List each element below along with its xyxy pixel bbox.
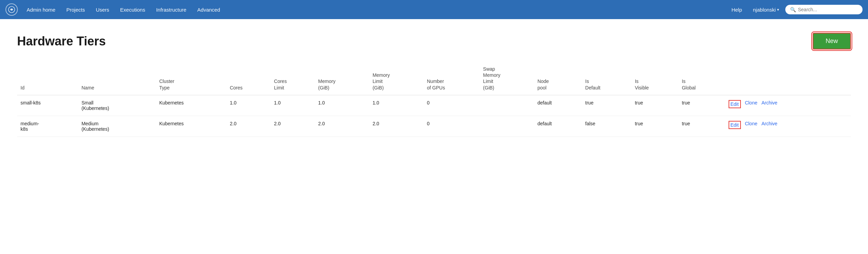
- cell-cores-limit: 1.0: [271, 95, 315, 116]
- edit-button-row1[interactable]: Edit: [729, 100, 741, 108]
- cell-memory: 1.0: [315, 95, 369, 116]
- col-gpus: Number of GPUs: [423, 63, 479, 95]
- app-logo[interactable]: [5, 3, 18, 16]
- cell-actions: Edit Clone Archive: [725, 95, 851, 116]
- edit-button-row2[interactable]: Edit: [729, 121, 741, 129]
- nav-advanced[interactable]: Advanced: [192, 4, 225, 15]
- cell-is-visible: true: [632, 116, 679, 137]
- col-actions: [725, 63, 851, 95]
- actions-container: Edit Clone Archive: [729, 121, 848, 129]
- col-node-pool: Node pool: [534, 63, 582, 95]
- table-row: medium- k8s Medium (Kubernetes) Kubernet…: [17, 116, 851, 137]
- cell-id: small-k8s: [17, 95, 78, 116]
- cell-name: Medium (Kubernetes): [78, 116, 156, 137]
- cell-actions: Edit Clone Archive: [725, 116, 851, 137]
- col-name: Name: [78, 63, 156, 95]
- table-row: small-k8s Small (Kubernetes) Kubernetes …: [17, 95, 851, 116]
- cell-cores-limit: 2.0: [271, 116, 315, 137]
- cell-node-pool: default: [534, 116, 582, 137]
- col-cores-limit: Cores Limit: [271, 63, 315, 95]
- top-nav: Admin home Projects Users Executions Inf…: [0, 0, 868, 19]
- nav-users[interactable]: Users: [91, 4, 114, 15]
- cell-id: medium- k8s: [17, 116, 78, 137]
- cell-memory: 2.0: [315, 116, 369, 137]
- nav-username: njablonski: [753, 7, 776, 13]
- cell-node-pool: default: [534, 95, 582, 116]
- nav-executions[interactable]: Executions: [116, 4, 150, 15]
- col-is-visible: Is Visible: [632, 63, 679, 95]
- main-content: Hardware Tiers New Id Name Cluster Type …: [0, 19, 868, 254]
- cell-memory-limit: 1.0: [369, 95, 423, 116]
- cell-is-default: false: [582, 116, 632, 137]
- new-button[interactable]: New: [813, 33, 851, 50]
- cell-gpus: 0: [423, 116, 479, 137]
- chevron-down-icon: ▾: [777, 8, 779, 12]
- cell-is-global: true: [678, 116, 725, 137]
- cell-cores: 1.0: [226, 95, 270, 116]
- search-bar: 🔍: [785, 5, 863, 14]
- archive-button-row2[interactable]: Archive: [761, 121, 777, 126]
- col-id: Id: [17, 63, 78, 95]
- col-memory-limit: Memory Limit (GiB): [369, 63, 423, 95]
- cell-is-global: true: [678, 95, 725, 116]
- cell-is-default: true: [582, 95, 632, 116]
- nav-user-menu[interactable]: njablonski ▾: [748, 4, 784, 15]
- col-swap-memory: Swap Memory Limit (GiB): [480, 63, 534, 95]
- cell-name: Small (Kubernetes): [78, 95, 156, 116]
- nav-help[interactable]: Help: [727, 4, 747, 15]
- nav-infrastructure[interactable]: Infrastructure: [151, 4, 191, 15]
- cell-cluster-type: Kubernetes: [156, 116, 227, 137]
- actions-container: Edit Clone Archive: [729, 100, 848, 108]
- clone-button-row1[interactable]: Clone: [745, 100, 758, 105]
- col-memory: Memory (GiB): [315, 63, 369, 95]
- nav-admin-home[interactable]: Admin home: [22, 4, 60, 15]
- cell-swap-memory: [480, 116, 534, 137]
- table-header-row: Id Name Cluster Type Cores Cores Limit M…: [17, 63, 851, 95]
- cell-is-visible: true: [632, 95, 679, 116]
- search-input[interactable]: [798, 7, 858, 12]
- page-title: Hardware Tiers: [17, 34, 106, 48]
- cell-memory-limit: 2.0: [369, 116, 423, 137]
- archive-button-row1[interactable]: Archive: [761, 100, 777, 105]
- page-header: Hardware Tiers New: [17, 33, 851, 50]
- search-icon: 🔍: [790, 7, 796, 12]
- cell-cluster-type: Kubernetes: [156, 95, 227, 116]
- nav-projects[interactable]: Projects: [62, 4, 90, 15]
- col-cluster-type: Cluster Type: [156, 63, 227, 95]
- col-cores: Cores: [226, 63, 270, 95]
- cell-cores: 2.0: [226, 116, 270, 137]
- col-is-default: Is Default: [582, 63, 632, 95]
- clone-button-row2[interactable]: Clone: [745, 121, 758, 126]
- hardware-tiers-table: Id Name Cluster Type Cores Cores Limit M…: [17, 63, 851, 137]
- cell-swap-memory: [480, 95, 534, 116]
- cell-gpus: 0: [423, 95, 479, 116]
- col-is-global: Is Global: [678, 63, 725, 95]
